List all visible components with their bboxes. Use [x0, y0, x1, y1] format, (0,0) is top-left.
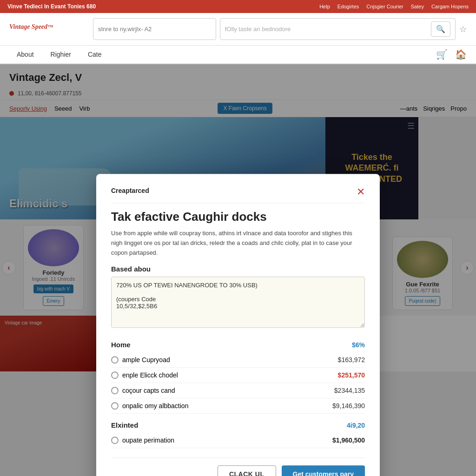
cancel-button[interactable]: CLACK UL	[218, 466, 276, 476]
confirm-button[interactable]: Get customers pary	[282, 466, 365, 476]
row-1-price: $163,972	[338, 357, 365, 364]
modal-dialog: Creaptarced ✕ Tak efactive Caughir docks…	[96, 174, 380, 476]
table-section-2-header: Elxinted 4i9,20	[111, 418, 365, 433]
top-bar: Vinve Tedleci In Evant Tonies 680 Help E…	[0, 0, 476, 13]
top-bar-left-text: Vinve Tedleci In Evant Tonies 680	[7, 3, 96, 10]
nav-righier[interactable]: Righier	[43, 47, 79, 63]
topnav-hopens[interactable]: Cargam Hopens	[431, 4, 469, 9]
header-search-group: fOlly taste an bednodore 🔍 ☆	[93, 18, 467, 40]
location-input[interactable]	[93, 18, 216, 40]
logo: Vintage Speed™	[9, 22, 84, 37]
logo-text: Vintage Speed	[9, 23, 47, 30]
table-row-1: ample Cupryoad $163,972	[111, 353, 365, 368]
radio-1[interactable]	[111, 357, 119, 364]
home-icon[interactable]: 🏠	[455, 49, 467, 60]
section2-price: 4i9,20	[347, 422, 365, 429]
table-row-4-left: onpalic omy albbaction	[111, 403, 188, 410]
section1-label: Home	[111, 341, 131, 349]
radio-3[interactable]	[111, 387, 119, 395]
row-5-label: oupate perimation	[122, 437, 174, 444]
row-1-label: ample Cupryoad	[122, 357, 170, 364]
search-bar[interactable]: fOlly taste an bednodore 🔍	[220, 18, 456, 40]
radio-5[interactable]	[111, 437, 119, 444]
modal-section-label: Based abou	[111, 265, 365, 273]
coupon-textarea[interactable]	[111, 277, 365, 328]
top-bar-nav: Help Edogirtes Cnjsgier Courier Satey Ca…	[319, 4, 469, 9]
main-nav: About Righier Cate 🛒 🏠	[0, 46, 476, 64]
favorites-button[interactable]: ☆	[459, 18, 467, 40]
modal-heading: Tak efactive Caughir docks	[111, 210, 365, 224]
table-row-5: oupate perimation $1,960,500	[111, 433, 365, 449]
modal-header: Creaptarced ✕	[111, 187, 365, 203]
table-row-4: onpalic omy albbaction $9,146,390	[111, 399, 365, 414]
row-4-price: $9,146,390	[332, 403, 365, 410]
logo-superscript: ™	[47, 23, 53, 30]
search-button[interactable]: 🔍	[431, 21, 450, 37]
section2-label: Elxinted	[111, 422, 138, 430]
row-4-label: onpalic omy albbaction	[122, 403, 188, 410]
row-3-label: coçour capts cand	[122, 387, 175, 395]
radio-4[interactable]	[111, 403, 119, 410]
nav-cate[interactable]: Cate	[80, 47, 109, 63]
page-background: Vintage Zecl, V 11,00, 816-46007.877155 …	[0, 64, 476, 476]
table-row-3: coçour capts cand $2344,135	[111, 383, 365, 399]
cart-icon[interactable]: 🛒	[436, 49, 448, 60]
topnav-edogirtes[interactable]: Edogirtes	[337, 4, 359, 9]
table-section-1-header: Home $6%	[111, 337, 365, 353]
table-row-5-left: oupate perimation	[111, 437, 174, 444]
table-row-2: enple Elicck chodel $251,570	[111, 368, 365, 383]
modal-title: Creaptarced	[111, 187, 149, 194]
radio-2[interactable]	[111, 372, 119, 379]
table-row-1-left: ample Cupryoad	[111, 357, 170, 364]
row-5-price: $1,960,500	[332, 437, 365, 444]
search-placeholder-text: fOlly taste an bednodore	[225, 26, 291, 33]
modal-close-button[interactable]: ✕	[357, 187, 365, 197]
nav-about[interactable]: About	[9, 47, 41, 63]
topnav-courier[interactable]: Cnjsgier Courier	[366, 4, 403, 9]
row-2-label: enple Elicck chodel	[122, 372, 178, 379]
modal-footer: CLACK UL Get customers pary	[111, 458, 365, 476]
table-row-3-left: coçour capts cand	[111, 387, 175, 395]
topnav-satey[interactable]: Satey	[411, 4, 424, 9]
table-row-2-left: enple Elicck chodel	[111, 372, 178, 379]
row-2-price: $251,570	[338, 372, 365, 379]
header: Vintage Speed™ fOlly taste an bednodore …	[0, 13, 476, 46]
section1-price: $6%	[352, 341, 365, 349]
topnav-help[interactable]: Help	[319, 4, 330, 9]
modal-description: Use from apple while will coupray tions,…	[111, 229, 365, 258]
row-3-price: $2344,135	[334, 387, 365, 395]
